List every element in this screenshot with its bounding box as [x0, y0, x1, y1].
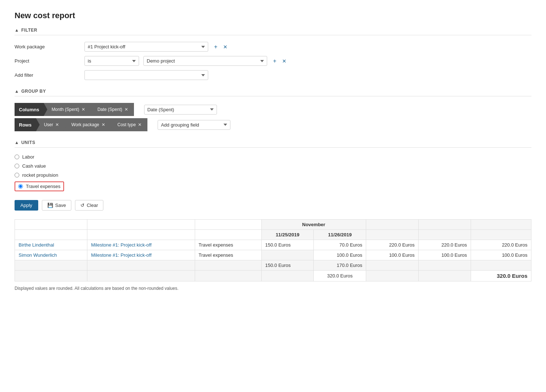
- groupby-columns-tag-1-remove[interactable]: ✕: [124, 107, 128, 112]
- groupby-columns-select-wrapper[interactable]: Date (Spent): [144, 105, 217, 115]
- groupby-rows-tag-1[interactable]: Work package ✕: [63, 118, 109, 131]
- filter-operator-project[interactable]: is: [84, 56, 139, 66]
- groupby-columns-tag-1[interactable]: Date (Spent) ✕: [90, 103, 134, 116]
- travel-expenses-highlight: Travel expenses: [15, 181, 64, 191]
- table-th-ct: [195, 230, 261, 240]
- project-operator-select[interactable]: is: [84, 56, 139, 66]
- groupby-rows-tag-1-remove[interactable]: ✕: [102, 122, 105, 127]
- table-subtotal-empty-5: [418, 260, 471, 271]
- groupby-rows-tag-2[interactable]: Cost type ✕: [110, 118, 148, 131]
- save-label: Save: [55, 203, 66, 208]
- table-cell-date1-0: 150.0 Euros: [261, 240, 314, 250]
- table-subtotal-row: 150.0 Euros 170.0 Euros: [15, 260, 531, 271]
- add-filter-select[interactable]: [84, 70, 208, 80]
- table-cell-date1-1: [261, 250, 314, 260]
- table-header-date-row: 11/25/2019 11/26/2019: [15, 230, 531, 240]
- filter-value-project[interactable]: Demo project: [143, 56, 267, 66]
- table-subtotal-empty-6: [471, 260, 531, 271]
- page-title: New cost report: [15, 11, 531, 20]
- groupby-rows-tag-2-remove[interactable]: ✕: [138, 122, 142, 127]
- units-radio-rocket-propulsion[interactable]: [15, 173, 19, 177]
- table-cell-user-1[interactable]: Simon Wunderlich: [15, 250, 87, 260]
- table-grandtotal-empty-2: [87, 271, 195, 281]
- units-label-rocket-propulsion: rocket propulsion: [22, 172, 58, 178]
- table-row: Simon Wunderlich Milestone #1: Project k…: [15, 250, 531, 260]
- units-chevron-icon: ▲: [15, 140, 19, 145]
- remove-work-package-button[interactable]: ✕: [222, 43, 229, 51]
- groupby-rows-select[interactable]: Add grouping field: [158, 120, 230, 130]
- apply-button[interactable]: Apply: [15, 200, 38, 211]
- filter-section-header: ▲ FILTER: [15, 28, 531, 35]
- remove-project-button[interactable]: ✕: [281, 57, 288, 65]
- units-label-travel-expenses: Travel expenses: [26, 184, 60, 189]
- table-cell-user-0[interactable]: Birthe Lindenthal: [15, 240, 87, 250]
- filter-label-project: Project: [15, 58, 80, 64]
- groupby-rows-select-wrapper[interactable]: Add grouping field: [158, 120, 230, 130]
- report-table: November 11/25/2019 11/26/2019 Birthe Li…: [15, 219, 531, 281]
- groupby-rows-label: Rows: [15, 118, 36, 131]
- groupby-rows-tag-0-remove[interactable]: ✕: [55, 122, 59, 127]
- units-radio-travel-expenses[interactable]: [18, 184, 23, 189]
- work-package-select[interactable]: #1 Project kick-off: [84, 42, 208, 52]
- table-grandtotal-row: 320.0 Euros 320.0 Euros: [15, 271, 531, 281]
- units-radio-labor[interactable]: [15, 155, 19, 159]
- groupby-columns-label: Columns: [15, 103, 44, 116]
- project-value-select[interactable]: Demo project: [143, 56, 267, 66]
- groupby-chevron-icon: ▲: [15, 89, 19, 94]
- user-link-0[interactable]: Birthe Lindenthal: [19, 242, 54, 248]
- table-th-empty-4: [366, 220, 419, 230]
- units-label-cash-value: Cash value: [22, 163, 46, 169]
- units-option-rocket-propulsion[interactable]: rocket propulsion: [15, 172, 531, 178]
- units-radio-cash-value[interactable]: [15, 164, 19, 168]
- table-grandtotal-empty-3: [195, 271, 261, 281]
- groupby-columns-select[interactable]: Date (Spent): [144, 105, 217, 115]
- add-project-button[interactable]: +: [272, 57, 278, 65]
- save-icon: 💾: [47, 203, 53, 208]
- groupby-columns-tag-1-label: Date (Spent): [98, 107, 122, 112]
- groupby-columns-tag-0[interactable]: Month (Spent) ✕: [44, 103, 90, 116]
- save-button[interactable]: 💾 Save: [42, 200, 72, 211]
- clear-label: Clear: [87, 203, 98, 208]
- groupby-columns-tag-0-label: Month (Spent): [52, 107, 79, 112]
- units-option-labor[interactable]: Labor: [15, 154, 531, 160]
- table-cell-rt2-0: 220.0 Euros: [471, 240, 531, 250]
- groupby-rows-tag-0-label: User: [44, 122, 53, 127]
- table-cell-sub-1: 100.0 Euros: [366, 250, 419, 260]
- table-cell-rt1-1: 100.0 Euros: [418, 250, 471, 260]
- table-th-user: [15, 230, 87, 240]
- units-section-label: UNITS: [21, 140, 35, 145]
- units-label-labor: Labor: [22, 154, 34, 160]
- groupby-columns-row: Columns Month (Spent) ✕ Date (Spent) ✕ D…: [15, 103, 531, 116]
- table-header-month-row: November: [15, 220, 531, 230]
- groupby-columns-tag-0-remove[interactable]: ✕: [82, 107, 85, 112]
- table-grandtotal-value: 320.0 Euros: [471, 271, 531, 281]
- groupby-section-header: ▲ GROUP BY: [15, 89, 531, 96]
- clear-icon: ↺: [80, 203, 84, 208]
- table-th-empty-3: [195, 220, 261, 230]
- table-subtotal-empty-2: [87, 260, 195, 271]
- table-th-date1: 11/25/2019: [261, 230, 314, 240]
- add-work-package-button[interactable]: +: [213, 43, 219, 51]
- table-th-empty-rt1: [418, 230, 471, 240]
- user-link-1[interactable]: Simon Wunderlich: [19, 252, 57, 258]
- filter-section-label: FILTER: [21, 28, 37, 33]
- groupby-rows-bar: Rows User ✕ Work package ✕ Cost type ✕: [15, 118, 147, 131]
- units-radio-group: Labor Cash value rocket propulsion Trave…: [15, 154, 531, 191]
- filter-section: ▲ FILTER Work package #1 Project kick-of…: [15, 28, 531, 80]
- filter-value-work-package[interactable]: #1 Project kick-off: [84, 42, 208, 52]
- table-th-empty-2: [87, 220, 195, 230]
- table-th-empty-5: [418, 220, 471, 230]
- add-filter-row: Add filter: [15, 70, 531, 80]
- table-cell-costtype-1: Travel expenses: [195, 250, 261, 260]
- groupby-rows-row: Rows User ✕ Work package ✕ Cost type ✕ A…: [15, 118, 531, 131]
- table-cell-sub-0: 220.0 Euros: [366, 240, 419, 250]
- table-cell-rt1-0: 220.0 Euros: [418, 240, 471, 250]
- clear-button[interactable]: ↺ Clear: [75, 200, 103, 211]
- groupby-rows-tag-2-label: Cost type: [118, 122, 136, 127]
- units-option-cash-value[interactable]: Cash value: [15, 163, 531, 169]
- add-filter-select-wrapper[interactable]: [84, 70, 208, 80]
- add-filter-label: Add filter: [15, 72, 80, 78]
- groupby-rows-tag-0[interactable]: User ✕: [36, 118, 63, 131]
- filter-row-project: Project is Demo project + ✕: [15, 56, 531, 66]
- units-option-travel-expenses[interactable]: Travel expenses: [15, 181, 531, 191]
